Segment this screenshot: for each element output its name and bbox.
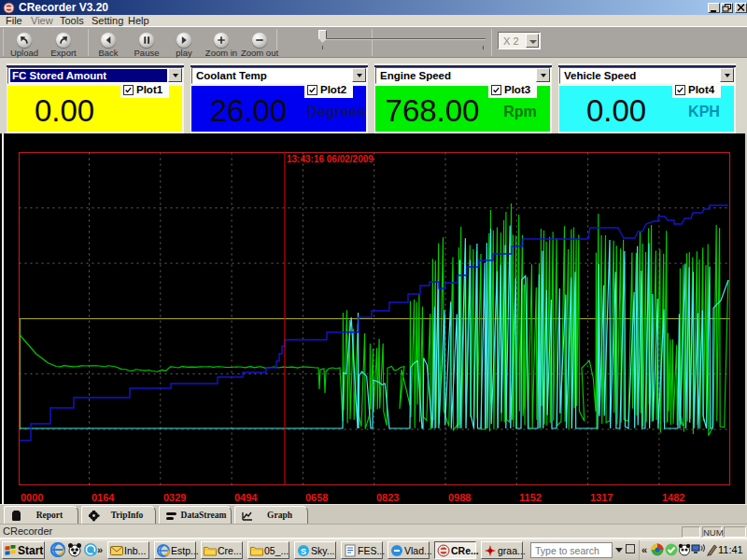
svg-text:0658: 0658 xyxy=(305,492,328,503)
svg-text:0000: 0000 xyxy=(21,492,43,503)
svg-text:13:43:16 06/02/2009: 13:43:16 06/02/2009 xyxy=(287,154,374,164)
svg-text:1482: 1482 xyxy=(662,492,684,503)
svg-text:0988: 0988 xyxy=(448,492,471,503)
svg-text:0494: 0494 xyxy=(234,492,258,503)
svg-text:0164: 0164 xyxy=(92,492,115,503)
svg-text:1152: 1152 xyxy=(519,492,542,503)
svg-text:0329: 0329 xyxy=(163,492,186,503)
svg-text:0823: 0823 xyxy=(376,492,399,503)
svg-text:S: S xyxy=(301,547,306,556)
svg-text:1317: 1317 xyxy=(590,492,613,503)
